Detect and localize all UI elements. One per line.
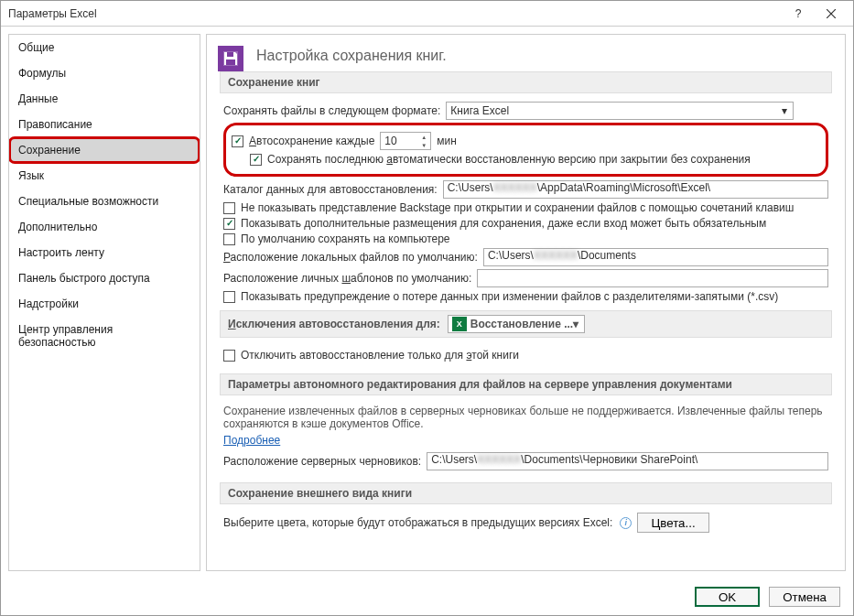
cancel-button[interactable]: Отмена — [769, 587, 840, 607]
save-to-computer-checkbox[interactable] — [223, 233, 235, 245]
options-dialog: Параметры Excel ? Общие Формулы Данные П… — [0, 0, 854, 616]
offline-note: Сохранение извлеченных файлов в серверны… — [223, 405, 828, 430]
no-backstage-label: Не показывать представление Backstage пр… — [241, 201, 794, 214]
colors-button[interactable]: Цвета... — [637, 513, 708, 533]
group-appearance-header: Сохранение внешнего вида книги — [220, 482, 832, 504]
local-path-label: Расположение локальных файлов по умолчан… — [223, 251, 478, 264]
autosave-minutes-spinner[interactable]: 10 ▲▼ — [380, 132, 431, 150]
sidebar-item-formulas[interactable]: Формулы — [9, 60, 200, 86]
save-page-icon — [218, 46, 243, 71]
show-additional-checkbox[interactable] — [223, 218, 235, 230]
page-title: Настройка сохранения книг. — [256, 48, 832, 64]
group-offline-header: Параметры автономного редактирования для… — [220, 373, 832, 395]
autorecover-path-field[interactable]: C:\Users\XXXXXX\AppData\Roaming\Microsof… — [443, 180, 828, 199]
sidebar-item-language[interactable]: Язык — [9, 163, 200, 189]
group-save-books: Сохранять файлы в следующем формате: Кни… — [220, 93, 832, 308]
sidebar-item-addins[interactable]: Надстройки — [9, 291, 200, 317]
autorecover-path-label: Каталог данных для автовосстановления: — [223, 183, 438, 196]
save-to-computer-label: По умолчанию сохранять на компьютере — [241, 232, 450, 245]
sidebar-item-qat[interactable]: Панель быстрого доступа — [9, 265, 200, 291]
autosave-label: Автосохранение каждые — [249, 135, 374, 147]
format-combo-value: Книга Excel — [450, 104, 509, 117]
disable-autorecover-checkbox[interactable] — [223, 350, 235, 362]
exceptions-title: Исключения автовосстановления для: — [228, 318, 440, 330]
autosave-highlight: Автосохранение каждые 10 ▲▼ мин Сохранят… — [223, 123, 828, 177]
dialog-body: Общие Формулы Данные Правописание Сохран… — [1, 27, 853, 578]
keep-last-checkbox[interactable] — [250, 154, 262, 166]
close-icon — [827, 9, 836, 18]
format-combo[interactable]: Книга Excel ▾ — [446, 102, 794, 120]
window-title: Параметры Excel — [8, 7, 782, 20]
help-button[interactable]: ? — [782, 4, 815, 24]
exceptions-combo-value: Восстановление ... — [470, 318, 573, 330]
category-sidebar: Общие Формулы Данные Правописание Сохран… — [8, 34, 200, 571]
exceptions-combo[interactable]: X Восстановление ... ▾ — [448, 315, 585, 333]
sidebar-item-data[interactable]: Данные — [9, 86, 200, 112]
disable-autorecover-label: Отключить автовосстановление только для … — [241, 349, 519, 362]
titlebar: Параметры Excel ? — [1, 1, 853, 27]
format-label: Сохранять файлы в следующем формате: — [223, 104, 440, 117]
info-icon[interactable]: i — [620, 517, 632, 529]
close-button[interactable] — [815, 4, 848, 24]
colors-label: Выберите цвета, которые будут отображать… — [223, 516, 612, 529]
sidebar-item-proofing[interactable]: Правописание — [9, 112, 200, 137]
csv-warning-label: Показывать предупреждение о потере данны… — [241, 290, 778, 303]
spinner-up-icon[interactable]: ▲ — [418, 133, 429, 141]
dialog-footer: OK Отмена — [1, 578, 853, 615]
sidebar-item-advanced[interactable]: Дополнительно — [9, 214, 200, 240]
no-backstage-checkbox[interactable] — [223, 202, 235, 214]
autosave-minutes-value: 10 — [384, 135, 396, 147]
local-path-field[interactable]: C:\Users\XXXXXX\Documents — [483, 248, 828, 266]
chevron-down-icon: ▾ — [778, 104, 791, 117]
show-additional-label: Показывать дополнительные размещения для… — [241, 217, 766, 230]
ok-button[interactable]: OK — [695, 587, 760, 607]
sidebar-item-trust[interactable]: Центр управления безопасностью — [9, 317, 200, 355]
chevron-down-icon: ▾ — [569, 318, 582, 330]
sidebar-item-save[interactable]: Сохранение — [9, 137, 200, 163]
excel-file-icon: X — [452, 317, 467, 331]
drafts-path-field[interactable]: C:\Users\XXXXXX\Documents\Черновики Shar… — [427, 452, 828, 470]
sidebar-item-accessibility[interactable]: Специальные возможности — [9, 189, 200, 214]
svg-rect-4 — [226, 59, 235, 65]
templates-path-field[interactable] — [477, 269, 828, 287]
group-save-books-header: Сохранение книг — [220, 71, 832, 93]
sidebar-item-ribbon[interactable]: Настроить ленту — [9, 240, 200, 265]
csv-warning-checkbox[interactable] — [223, 291, 235, 303]
group-autorecover-exceptions-header: Исключения автовосстановления для: X Вос… — [220, 310, 832, 338]
learn-more-link[interactable]: Подробнее — [223, 434, 280, 447]
sidebar-item-general[interactable]: Общие — [9, 35, 200, 60]
svg-rect-3 — [227, 52, 233, 57]
autosave-checkbox[interactable] — [232, 135, 243, 147]
drafts-label: Расположение серверных черновиков: — [223, 455, 421, 468]
keep-last-label: Сохранять последнюю автоматически восста… — [267, 153, 751, 166]
spinner-down-icon[interactable]: ▼ — [418, 141, 429, 149]
templates-path-label: Расположение личных шаблонов по умолчани… — [223, 272, 471, 285]
autosave-unit: мин — [437, 135, 457, 147]
content-pane: Настройка сохранения книг. Сохранение кн… — [206, 34, 846, 571]
